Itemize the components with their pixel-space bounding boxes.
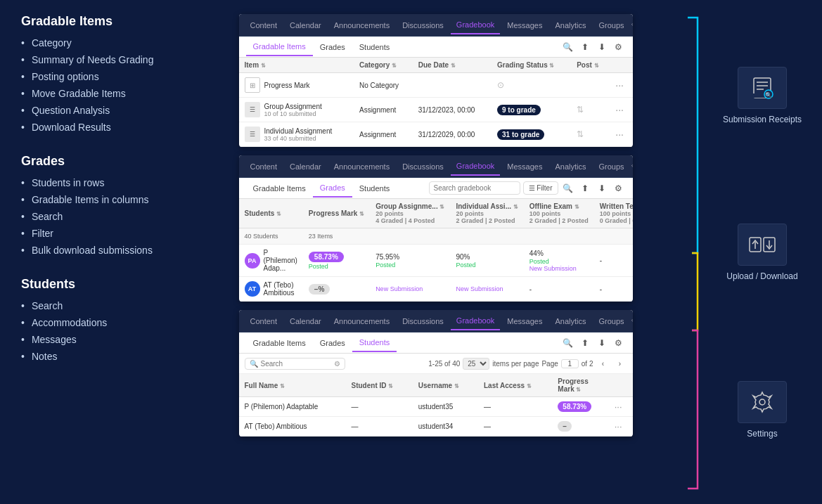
submission-receipts-icon-box: 🔍 <box>738 67 787 109</box>
nav-calendar-2[interactable]: Calendar <box>284 158 327 175</box>
student-actions-2: ··· <box>609 417 633 437</box>
search-icon-btn-3[interactable]: 🔍 <box>561 336 575 350</box>
sidebar-item-notes[interactable]: Notes <box>21 351 176 362</box>
nav-messages-1[interactable]: Messages <box>501 17 548 34</box>
sidebar-item-filter[interactable]: Filter <box>21 228 176 239</box>
tab-grades-2[interactable]: Grades <box>313 179 352 198</box>
tab-bar-3: Gradable Items Grades Students 🔍 ⬆ ⬇ ⚙ <box>239 332 633 354</box>
sidebar-item-students-rows[interactable]: Students in rows <box>21 177 176 188</box>
submission-receipts-label: Submission Receipts <box>723 115 802 126</box>
table-row: PA P (Philemon) Adap... 58.73% Posted 75… <box>239 245 633 277</box>
sidebar-item-download[interactable]: Download Results <box>21 122 176 133</box>
student-fullname-1: P (Philemon) Adaptable <box>239 397 346 417</box>
nav-analytics-3[interactable]: Analytics <box>549 313 591 330</box>
nav-analytics-2[interactable]: Analytics <box>549 158 591 175</box>
tab-gradable-items-2[interactable]: Gradable Items <box>246 180 313 197</box>
search-icon-btn-1[interactable]: 🔍 <box>561 40 575 54</box>
tab-students-1[interactable]: Students <box>352 39 397 56</box>
row-dots-3[interactable]: ··· <box>615 129 624 140</box>
nav-content-2[interactable]: Content <box>245 158 283 175</box>
search-icon-btn-2[interactable]: 🔍 <box>561 181 575 195</box>
tab-students-3[interactable]: Students <box>352 334 397 352</box>
svg-rect-6 <box>758 93 761 98</box>
sidebar-section-title-gradable-items: Gradable Items <box>21 14 176 29</box>
nav-discussions-1[interactable]: Discussions <box>397 17 449 34</box>
offline-cell-2: - <box>524 277 594 302</box>
sidebar-item-students-search[interactable]: Search <box>21 300 176 311</box>
nav-content-1[interactable]: Content <box>245 17 283 34</box>
per-page-select[interactable]: 25 <box>463 358 489 370</box>
nav-calendar-3[interactable]: Calendar <box>284 313 327 330</box>
sidebar-item-move[interactable]: Move Gradable Items <box>21 88 176 99</box>
filter-button[interactable]: ☰ Filter <box>523 181 558 195</box>
assignment-icon-2: ☰ <box>245 127 260 142</box>
tab-gradable-items-3[interactable]: Gradable Items <box>246 335 313 351</box>
student-name-cell-1: PA P (Philemon) Adap... <box>239 245 303 277</box>
settings-icon <box>750 389 775 415</box>
nav-messages-3[interactable]: Messages <box>501 313 548 330</box>
student-fullname-2: AT (Tebo) Ambitious <box>239 417 346 437</box>
student-username-1: ustudent35 <box>413 397 478 417</box>
upload-icon-btn-2[interactable]: ⬆ <box>578 181 592 195</box>
tab-grades-3[interactable]: Grades <box>313 335 352 351</box>
post-2: ⇅ <box>571 122 610 147</box>
settings-icon-btn-3[interactable]: ⚙ <box>612 336 626 350</box>
student-dots-2[interactable]: ··· <box>615 421 622 432</box>
upload-icon-btn-3[interactable]: ⬆ <box>578 336 592 350</box>
progress-badge-s1: 58.73% <box>558 401 591 412</box>
sidebar-item-summary[interactable]: Summary of Needs Grading <box>21 54 176 65</box>
nav-groups-2[interactable]: Groups <box>593 158 629 175</box>
written-cell-1: - <box>594 245 633 277</box>
sidebar-item-gradable-cols[interactable]: Gradable Items in columns <box>21 194 176 205</box>
sidebar-item-search[interactable]: Search <box>21 211 176 222</box>
row-dots-2[interactable]: ··· <box>615 104 624 115</box>
sidebar-item-posting[interactable]: Posting options <box>21 71 176 82</box>
group-cell-2: New Submission <box>370 277 450 302</box>
nav-groups-1[interactable]: Groups <box>593 17 629 34</box>
download-icon-btn-3[interactable]: ⬇ <box>595 336 609 350</box>
gradebook-search-input[interactable] <box>429 181 520 195</box>
row-dots-1[interactable]: ··· <box>615 79 624 91</box>
upload-icon-btn-1[interactable]: ⬆ <box>578 40 592 54</box>
nav-content-3[interactable]: Content <box>245 313 283 330</box>
nav-discussions-3[interactable]: Discussions <box>397 313 449 330</box>
students-search-input[interactable] <box>261 360 331 368</box>
settings-icon-btn-2[interactable]: ⚙ <box>612 181 626 195</box>
nav-groups-3[interactable]: Groups <box>593 313 629 330</box>
nav-calendar-1[interactable]: Calendar <box>284 17 327 34</box>
nav-announcements-3[interactable]: Announcements <box>328 313 396 330</box>
download-icon-btn-2[interactable]: ⬇ <box>595 181 609 195</box>
nav-gradebook-3[interactable]: Gradebook <box>451 312 500 330</box>
sidebar-item-question[interactable]: Question Analysis <box>21 105 176 116</box>
upload-download-item[interactable]: Upload / Download <box>726 224 797 283</box>
submission-receipts-item[interactable]: 🔍 Submission Receipts <box>723 67 802 126</box>
tab-grades-1[interactable]: Grades <box>313 39 352 56</box>
nav-gradebook-2[interactable]: Gradebook <box>451 157 500 176</box>
written-cell-2: - <box>594 277 633 302</box>
nav-messages-2[interactable]: Messages <box>501 158 548 175</box>
sidebar-section-grades: Grades Students in rows Gradable Items i… <box>21 154 176 256</box>
summary-students: 40 Students <box>239 228 303 245</box>
col-individual: Individual Assi... ⇅ 20 points 2 Graded … <box>450 199 523 228</box>
individual-cell-2: New Submission <box>450 277 523 302</box>
sidebar-item-messages[interactable]: Messages <box>21 334 176 345</box>
nav-discussions-2[interactable]: Discussions <box>397 158 449 175</box>
download-icon-btn-1[interactable]: ⬇ <box>595 40 609 54</box>
sidebar-item-bulk-download[interactable]: Bulk download submissions <box>21 245 176 256</box>
student-dots-1[interactable]: ··· <box>615 401 622 412</box>
page-input[interactable] <box>561 359 579 368</box>
sidebar-item-category[interactable]: Category <box>21 37 176 49</box>
student-access-1: — <box>478 397 552 417</box>
sidebar-item-accommodations[interactable]: Accommodations <box>21 317 176 328</box>
tab-gradable-items-1[interactable]: Gradable Items <box>246 38 313 56</box>
students-search-bar[interactable]: 🔍 ⚙ <box>245 358 345 370</box>
next-page-btn[interactable]: › <box>613 356 627 370</box>
prev-page-btn[interactable]: ‹ <box>596 356 610 370</box>
settings-icon-btn-1[interactable]: ⚙ <box>612 40 626 54</box>
nav-announcements-2[interactable]: Announcements <box>328 158 396 175</box>
nav-analytics-1[interactable]: Analytics <box>549 17 591 34</box>
tab-students-2[interactable]: Students <box>352 180 397 197</box>
settings-item[interactable]: Settings <box>738 381 787 440</box>
nav-gradebook-1[interactable]: Gradebook <box>451 16 500 34</box>
nav-announcements-1[interactable]: Announcements <box>328 17 396 34</box>
